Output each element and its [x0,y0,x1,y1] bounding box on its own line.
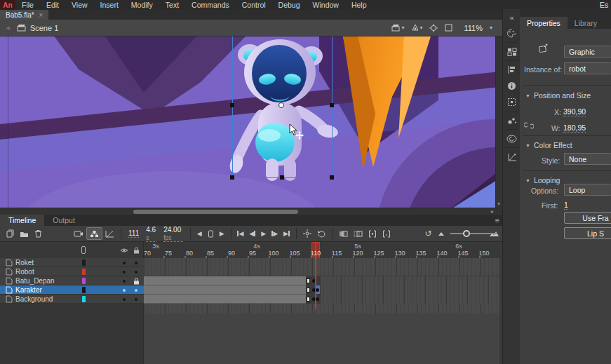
zoom-level-select[interactable]: 111% ▾ [459,22,497,34]
layer-locked-icon[interactable] [133,278,140,285]
new-folder-icon[interactable] [17,227,32,240]
go-to-last-frame-icon[interactable]: ▶ [281,227,293,240]
menu-edit[interactable]: Edit [40,0,65,10]
layer-lock-dot[interactable] [135,289,137,292]
current-frame-value[interactable]: 111 [128,229,139,238]
center-stage-icon[interactable] [429,24,438,32]
graph-editor-icon[interactable] [102,227,117,240]
scroll-down-icon[interactable]: ▾ [497,201,500,207]
first-frame-value[interactable]: 1 [564,201,568,210]
frame-rate-value[interactable]: 24.00 fps [163,226,183,242]
playhead-box-icon[interactable] [205,227,217,240]
transform-panel-icon[interactable] [503,94,521,110]
selection-handle-bottom-right[interactable] [330,175,334,180]
back-arrow-icon[interactable]: ◄ [4,24,11,32]
cc-libraries-panel-icon[interactable] [503,130,521,147]
menu-view[interactable]: View [65,0,94,10]
collapse-panels-icon[interactable]: « [503,9,521,25]
layer-color-swatch[interactable] [82,269,86,275]
layer-row-roket[interactable]: Roket [0,258,144,267]
section-looping[interactable]: ▼ Looping [525,176,560,184]
motion-presets-panel-icon[interactable] [503,149,521,165]
menu-commands[interactable]: Commands [185,0,236,10]
layer-row-batu-depan[interactable]: Batu_Depan [0,276,144,285]
onion-skin-icon[interactable] [336,227,351,240]
swatches-panel-icon[interactable] [503,43,521,60]
horizontal-scrollbar[interactable]: ▸ [0,208,502,215]
selection-handle-right[interactable] [330,103,334,107]
layer-color-swatch[interactable] [82,287,86,293]
selection-handle-left[interactable] [230,103,234,107]
edit-scene-icon[interactable]: ▾ [391,24,404,32]
step-back-one-icon[interactable]: ◀ [194,227,205,240]
selection-handle-bottom-left[interactable] [230,175,234,180]
symbol-type-select[interactable]: Graphic [564,46,611,58]
frame-span-background[interactable] [144,295,306,304]
keyframe-dot[interactable] [316,288,319,292]
reset-timeline-zoom-icon[interactable]: ↺ [422,227,435,240]
color-style-select[interactable]: None [564,153,611,165]
layer-visibility-dot[interactable] [123,262,126,264]
frames-empty-below-layers[interactable] [144,304,499,314]
layer-visibility-dot[interactable] [123,289,126,292]
close-icon[interactable]: × [39,11,43,19]
timeline-zoom-slider[interactable] [450,229,483,238]
lock-column-icon[interactable] [133,247,140,254]
step-backward-icon[interactable]: ◀ [246,227,258,240]
frames-empty-after-playhead[interactable] [320,276,499,304]
robot-character[interactable] [226,38,338,187]
menu-text[interactable]: Text [159,0,185,10]
onion-skin-outlines-icon[interactable] [351,227,365,240]
document-tab[interactable]: Bab5.fla* × [0,10,48,20]
x-value[interactable]: 390,90 [563,107,586,116]
layer-row-background[interactable]: Background [0,295,144,304]
layer-color-swatch[interactable] [82,278,86,284]
tab-output[interactable]: Output [44,215,83,226]
go-to-first-frame-icon[interactable]: ◀ [234,227,246,240]
menu-modify[interactable]: Modify [125,0,159,10]
align-panel-icon[interactable] [503,62,521,78]
tab-properties[interactable]: Properties [520,17,568,29]
lock-aspect-ratio-icon[interactable] [524,121,534,130]
layer-lock-dot[interactable] [135,271,137,274]
new-layer-icon[interactable] [3,227,17,240]
edit-multiple-frames-icon[interactable] [365,227,380,240]
menu-window[interactable]: Window [307,0,345,10]
frame-span-batu-depan[interactable] [144,276,306,285]
layer-lock-dot[interactable] [135,298,137,301]
transform-point[interactable] [278,102,284,108]
layer-visibility-dot[interactable] [123,280,126,283]
camera-icon[interactable] [71,227,86,240]
menu-help[interactable]: Help [345,0,373,10]
info-panel-icon[interactable] [503,78,521,94]
frames-empty-roket-robot[interactable] [144,258,499,276]
step-forward-one-icon[interactable]: ▶ [217,227,227,240]
layer-color-swatch[interactable] [82,259,86,266]
keyframe-dot[interactable] [316,297,319,301]
menu-insert[interactable]: Insert [94,0,125,10]
menu-control[interactable]: Control [236,0,272,10]
loop-playback-icon[interactable] [314,227,329,240]
layer-color-swatch[interactable] [82,296,86,302]
lip-sync-button[interactable]: Lip S [564,227,611,239]
play-icon[interactable]: ▶ [258,227,269,240]
timeline-ruler[interactable]: 3s 4s 5s 6s 70 75 80 85 90 95 100 105 11… [144,242,499,259]
workspace-switcher[interactable]: Es [598,1,611,9]
layer-row-karakter[interactable]: Karakter [0,285,144,295]
step-forward-icon[interactable]: ▶ [269,227,281,240]
outline-color-column-icon[interactable] [81,246,86,254]
layer-lock-dot[interactable] [135,262,137,264]
panel-menu-icon[interactable]: ≡ [495,216,499,224]
clip-content-icon[interactable] [445,24,452,32]
loop-options-select[interactable]: Loop [564,184,611,196]
color-panel-icon[interactable] [503,25,521,41]
vertical-scrollbar[interactable]: ▾ [495,36,502,208]
elapsed-time-value[interactable]: 4.6 s [146,226,156,242]
center-frame-icon[interactable] [300,227,314,240]
layer-row-robot[interactable]: Robot [0,267,144,276]
selection-handle-bottom-mid[interactable] [280,175,284,180]
instance-name-field[interactable]: robot [564,62,611,74]
section-position-and-size[interactable]: ▼ Position and Size [525,91,591,100]
layer-visibility-dot[interactable] [123,298,126,301]
scroll-right-icon[interactable]: ▸ [491,208,494,215]
